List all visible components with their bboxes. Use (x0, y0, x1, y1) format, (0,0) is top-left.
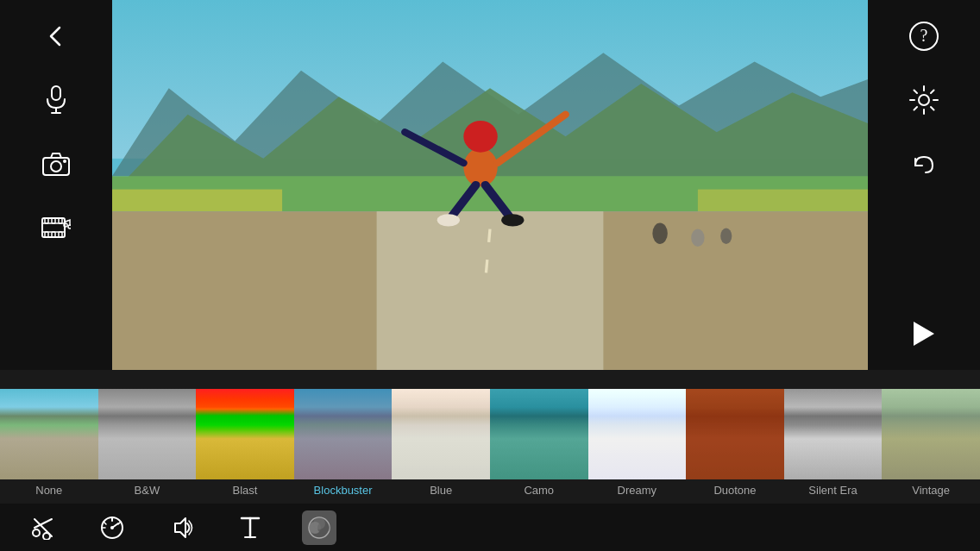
svg-rect-28 (603, 211, 868, 370)
filter-silent-thumbnail (784, 389, 883, 479)
svg-point-69 (313, 517, 325, 529)
filter-bw-thumbnail (98, 389, 197, 479)
filter-blue-label: Blue (430, 484, 452, 497)
svg-point-30 (463, 121, 497, 153)
svg-line-47 (914, 91, 918, 94)
filter-none-label: None (35, 484, 62, 497)
filter-blockbuster-label: Blockbuster (314, 484, 373, 497)
video-preview (112, 0, 868, 370)
filter-duotone-label: Duotone (713, 484, 756, 497)
svg-line-60 (118, 522, 121, 524)
filter-dreamy[interactable]: Dreamy (588, 370, 687, 504)
settings-icon[interactable] (905, 81, 943, 119)
film-clip-icon[interactable] (37, 209, 75, 247)
filter-dreamy-thumbnail (588, 389, 687, 479)
filter-blockbuster[interactable]: Blockbuster (294, 370, 393, 504)
help-button[interactable]: ? (905, 17, 943, 55)
svg-text:?: ? (920, 26, 928, 45)
svg-point-54 (43, 533, 50, 540)
svg-point-5 (63, 160, 66, 163)
filter-camo[interactable]: Camo (490, 370, 588, 504)
filter-strip: None B&W Blast Blockbuster Blue Camo D (0, 370, 980, 504)
play-triangle-icon (914, 322, 934, 346)
filter-camo-thumbnail (490, 389, 588, 479)
filter-vintage-thumbnail (882, 389, 980, 479)
cut-tool[interactable] (26, 510, 60, 545)
filter-vintage[interactable]: Vintage (882, 370, 980, 504)
filter-duotone-thumbnail (686, 389, 784, 479)
filters-tool[interactable] (302, 510, 336, 545)
filter-blast-label: Blast (233, 484, 258, 497)
svg-rect-23 (698, 190, 868, 212)
svg-line-49 (931, 91, 934, 94)
svg-point-36 (501, 214, 524, 226)
left-sidebar (0, 0, 112, 370)
filter-none-thumbnail (0, 389, 98, 479)
filter-vintage-label: Vintage (912, 484, 950, 497)
svg-point-53 (33, 529, 40, 536)
svg-marker-62 (175, 518, 185, 537)
svg-rect-27 (112, 211, 377, 370)
camera-icon[interactable] (37, 145, 75, 183)
filter-camo-label: Camo (524, 484, 554, 497)
svg-point-37 (652, 222, 668, 244)
svg-point-4 (51, 161, 61, 172)
back-button[interactable] (37, 17, 75, 55)
svg-line-59 (104, 522, 106, 524)
filter-silent-era-label: Silent Era (808, 484, 857, 497)
svg-point-35 (437, 214, 460, 226)
filter-blue[interactable]: Blue (392, 370, 490, 504)
play-button[interactable] (905, 315, 943, 353)
speed-tool[interactable] (95, 510, 129, 545)
filter-bw[interactable]: B&W (98, 370, 197, 504)
filter-blockbuster-thumbnail (294, 389, 393, 479)
filter-silent-era[interactable]: Silent Era (784, 370, 883, 504)
filter-dreamy-label: Dreamy (618, 484, 657, 497)
svg-point-29 (463, 148, 497, 187)
audio-tool[interactable] (164, 510, 198, 545)
svg-point-58 (110, 526, 114, 529)
filter-blast-thumbnail (196, 389, 294, 479)
filter-none[interactable]: None (0, 370, 98, 504)
filter-bw-label: B&W (135, 484, 160, 497)
svg-line-52 (35, 519, 52, 528)
filter-duotone[interactable]: Duotone (686, 370, 784, 504)
svg-point-42 (919, 95, 929, 105)
text-tool[interactable] (233, 510, 267, 545)
svg-line-48 (931, 107, 934, 110)
svg-rect-22 (112, 190, 282, 212)
svg-rect-0 (52, 86, 60, 100)
right-sidebar: ? (868, 0, 980, 370)
svg-rect-6 (42, 218, 65, 237)
microphone-icon[interactable] (37, 81, 75, 119)
svg-point-38 (691, 229, 704, 247)
undo-icon[interactable] (905, 145, 943, 183)
svg-point-39 (720, 229, 732, 244)
bottom-toolbar (0, 504, 980, 551)
filter-blue-thumbnail (392, 389, 490, 479)
svg-line-50 (914, 107, 918, 110)
filter-blast[interactable]: Blast (196, 370, 294, 504)
svg-point-16 (68, 225, 71, 229)
